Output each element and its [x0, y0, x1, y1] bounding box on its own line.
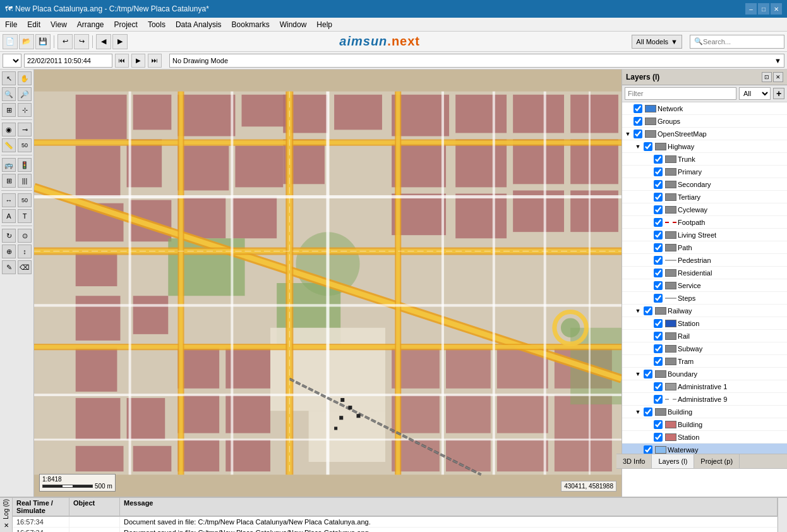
layer-item-footpath[interactable]: Footpath: [622, 216, 787, 229]
layer-checkbox-steps[interactable]: [654, 294, 663, 303]
menu-tools[interactable]: Tools: [143, 18, 171, 31]
expand-tool[interactable]: ⊕: [2, 245, 16, 258]
open-button[interactable]: 📂: [19, 34, 34, 49]
minimize-button[interactable]: –: [745, 3, 757, 15]
origin-tool[interactable]: ↔: [2, 193, 16, 207]
zoom-out-tool[interactable]: 🔎: [18, 87, 32, 101]
layer-item-residential[interactable]: Residential: [622, 267, 787, 279]
layer-expand-boundary[interactable]: ▼: [634, 370, 642, 378]
layer-item-subway[interactable]: Subway: [622, 342, 787, 355]
layer-checkbox-footpath[interactable]: [654, 218, 663, 227]
layer-item-tertiary[interactable]: Tertiary: [622, 191, 787, 203]
undo-button[interactable]: ↩: [57, 34, 73, 49]
layer-item-path[interactable]: Path: [622, 241, 787, 254]
layer-item-trunk[interactable]: Trunk: [622, 153, 787, 166]
layer-checkbox-station-rail[interactable]: [654, 319, 663, 328]
layer-checkbox-pedestrian[interactable]: [654, 256, 663, 265]
sim-step-back[interactable]: ⏮: [115, 54, 129, 68]
pan-tool[interactable]: ✋: [18, 71, 32, 85]
layer-item-steps[interactable]: Steps: [622, 292, 787, 305]
layer-item-openstreetmap[interactable]: ▼OpenStreetMap: [622, 128, 787, 140]
log-close-btn[interactable]: ✕: [4, 522, 9, 529]
measure-tool[interactable]: 📏: [2, 138, 16, 152]
add-layer-button[interactable]: +: [773, 88, 784, 99]
layer-checkbox-station-bldg[interactable]: [654, 433, 663, 442]
menu-window[interactable]: Window: [275, 18, 312, 31]
tab-3d-info[interactable]: 3D Info: [616, 454, 652, 468]
layer-checkbox-admin9[interactable]: [654, 395, 663, 404]
menu-file[interactable]: File: [0, 18, 22, 31]
layer-item-boundary[interactable]: ▼Boundary: [622, 368, 787, 380]
layer-checkbox-boundary[interactable]: [644, 370, 652, 378]
search-input[interactable]: [703, 38, 766, 45]
layer-item-primary[interactable]: Primary: [622, 166, 787, 178]
map-area[interactable]: 1:8418 500 m 430411, 4581988: [34, 70, 622, 497]
layer-item-secondary[interactable]: Secondary: [622, 178, 787, 191]
zoom-reset[interactable]: ⊞: [2, 103, 16, 117]
layer-checkbox-groups[interactable]: [634, 117, 642, 126]
layer-checkbox-subway[interactable]: [654, 344, 663, 353]
layer-checkbox-trunk[interactable]: [654, 155, 663, 164]
layer-checkbox-railway[interactable]: [644, 306, 652, 315]
route-tool[interactable]: A: [2, 209, 16, 223]
layer-item-admin1[interactable]: Administrative 1: [622, 380, 787, 393]
layer-item-network[interactable]: Network: [622, 102, 787, 115]
barrier-tool[interactable]: |||: [18, 174, 32, 188]
layer-checkbox-livingstreet[interactable]: [654, 231, 663, 239]
layer-checkbox-service[interactable]: [654, 281, 663, 290]
tab-project[interactable]: Project (p): [694, 454, 740, 468]
redo-button[interactable]: ↪: [74, 34, 89, 49]
save-button[interactable]: 💾: [35, 34, 51, 49]
layer-checkbox-waterway[interactable]: [644, 445, 652, 454]
simulation-select[interactable]: A: [3, 54, 21, 68]
layer-checkbox-highway[interactable]: [644, 142, 652, 151]
layer-item-service[interactable]: Service: [622, 279, 787, 292]
layer-expand-building-group[interactable]: ▼: [634, 408, 642, 416]
layer-checkbox-building[interactable]: [654, 420, 663, 429]
menu-bookmarks[interactable]: Bookmarks: [227, 18, 275, 31]
menu-help[interactable]: Help: [311, 18, 337, 31]
layer-checkbox-building-group[interactable]: [644, 408, 652, 416]
layer-filter-input[interactable]: [625, 87, 736, 100]
layer-expand-openstreetmap[interactable]: ▼: [623, 130, 632, 138]
sim-play[interactable]: ▶: [131, 54, 145, 68]
layer-item-pedestrian[interactable]: Pedestrian: [622, 254, 787, 267]
layer-item-railway[interactable]: ▼Railway: [622, 305, 787, 317]
signal-tool[interactable]: 🚦: [18, 158, 32, 172]
rotate-tool[interactable]: ↻: [2, 229, 16, 243]
gps-tool[interactable]: T: [18, 209, 32, 223]
layer-checkbox-path[interactable]: [654, 243, 663, 252]
select-tool[interactable]: ↖: [2, 71, 16, 85]
layer-item-rail[interactable]: Rail: [622, 330, 787, 342]
filter-type-select[interactable]: All: [739, 87, 771, 100]
sim-step-fwd[interactable]: ⏭: [148, 54, 162, 68]
panel-close-button[interactable]: ✕: [773, 72, 783, 82]
new-button[interactable]: 📄: [3, 34, 18, 49]
edit-tool[interactable]: ✎: [2, 260, 16, 274]
layer-item-building[interactable]: Building: [622, 418, 787, 431]
layer-checkbox-tertiary[interactable]: [654, 193, 663, 202]
text-tool[interactable]: 50: [18, 138, 32, 152]
bus-tool[interactable]: 🚌: [2, 158, 16, 172]
layer-checkbox-network[interactable]: [634, 104, 642, 113]
collapse-tool[interactable]: ↕: [18, 245, 32, 258]
close-button[interactable]: ✕: [771, 3, 782, 15]
node-tool[interactable]: ◉: [2, 123, 16, 136]
delete-tool[interactable]: ⌫: [18, 260, 32, 274]
layer-checkbox-primary[interactable]: [654, 167, 663, 176]
log-scrollbar[interactable]: [778, 498, 787, 532]
layer-checkbox-residential[interactable]: [654, 269, 663, 277]
layer-item-building-group[interactable]: ▼Building: [622, 406, 787, 418]
layer-item-admin9[interactable]: Administrative 9: [622, 393, 787, 406]
layer-item-cycleway[interactable]: Cycleway: [622, 203, 787, 216]
layer-expand-highway[interactable]: ▼: [634, 142, 642, 151]
next-btn[interactable]: ▶: [112, 34, 128, 49]
model-dropdown[interactable]: All Models ▼: [632, 35, 682, 49]
menu-data-analysis[interactable]: Data Analysis: [171, 18, 227, 31]
drawing-mode-dropdown[interactable]: No Drawing Mode ▼: [169, 54, 784, 68]
layer-checkbox-secondary[interactable]: [654, 180, 663, 189]
layer-checkbox-cycleway[interactable]: [654, 205, 663, 214]
layer-item-highway[interactable]: ▼Highway: [622, 140, 787, 153]
misc-tool[interactable]: ⊙: [18, 229, 32, 243]
pointer-tool[interactable]: ⊹: [18, 103, 32, 117]
